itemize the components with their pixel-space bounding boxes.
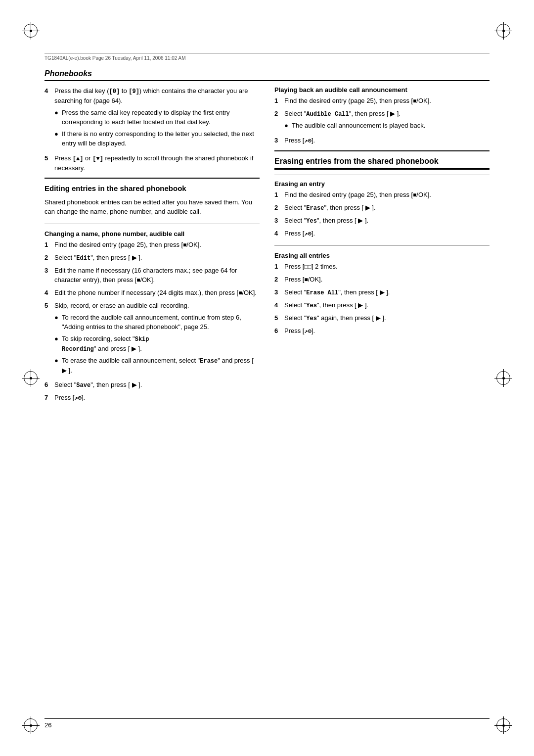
erase-all-step-4-num: 4 [274, 300, 281, 310]
end-call-btn-7: ↗⊙ [74, 395, 81, 402]
edit-step-4-content: Edit the phone number if necessary (24 d… [54, 288, 260, 298]
erase-all-step-4-content: Select "Yes", then press [ ▶ ]. [284, 300, 490, 310]
erase-step-4-num: 4 [274, 229, 281, 238]
erase-all-heading: Erasing all entries [274, 252, 490, 259]
yes-option-3: Yes [306, 218, 317, 225]
subsection-rule-3 [274, 245, 490, 246]
end-call-btn-all-6: ↗⊙ [304, 328, 311, 335]
menu-btn-erase-1: ■ [413, 192, 416, 199]
continued-steps: 4 Press the dial key ([0] to [9]) which … [44, 86, 260, 173]
erase-all-step-6: 6 Press [↗⊙]. [274, 326, 490, 336]
save-option: Save [76, 382, 90, 389]
edit-step-5-bullets: ● To record the audible call announcemen… [54, 313, 260, 376]
page-title: Phonebooks [44, 69, 490, 81]
erase-all-step-5: 5 Select "Yes" again, then press [ ▶ ]. [274, 313, 490, 323]
section1-intro: Shared phonebook entries can be edited a… [44, 197, 260, 217]
step-4-bullet-2: ● If there is no entry corresponding to … [54, 129, 260, 148]
erase-option-5: Erase [200, 358, 218, 365]
bullet-icon-3: ● [54, 313, 59, 332]
erase-all-step-3-content: Select "Erase All", then press [ ▶ ]. [284, 287, 490, 297]
play-step-3-content: Press [↗⊙]. [284, 136, 490, 145]
edit-step-5-num: 5 [44, 301, 51, 377]
erase-all-option: Erase All [306, 289, 338, 296]
edit-step-3: 3 Edit the name if necessary (16 charact… [44, 266, 260, 285]
edit-step-5-bullet-2: ● To skip recording, select "SkipRecordi… [54, 334, 260, 354]
play-back-heading: Playing back an audible call announcemen… [274, 86, 490, 94]
erase-all-step-3: 3 Select "Erase All", then press [ ▶ ]. [274, 287, 490, 297]
bullet-icon-5: ● [54, 356, 59, 376]
edit-step-1: 1 Find the desired entry (page 25), then… [44, 240, 260, 250]
erase-step-1: 1 Find the desired entry (page 25), then… [274, 190, 490, 200]
erase-all-heading-text: Erasing all entries [274, 252, 330, 259]
erase-step-4: 4 Press [↗⊙]. [274, 229, 490, 238]
key-9: [9] [129, 88, 139, 95]
erase-step-2-content: Select "Erase", then press [ ▶ ]. [284, 203, 490, 213]
bullet-icon-1: ● [54, 108, 59, 127]
edit-step-5-bullet-2-content: To skip recording, select "SkipRecording… [62, 334, 149, 354]
menu-btn-4: ■ [238, 290, 242, 297]
edit-step-2-content: Select "Edit", then press [ ▶ ]. [54, 253, 260, 263]
edit-step-5-bullet-1: ● To record the audible call announcemen… [54, 313, 260, 332]
play-step-1: 1 Find the desired entry (page 25), then… [274, 96, 490, 106]
edit-step-5: 5 Skip, record, or erase an audible call… [44, 301, 260, 377]
erase-entry-heading-text: Erasing an entry [274, 180, 325, 188]
page-number: 26 [44, 721, 51, 729]
edit-option: Edit [76, 255, 90, 262]
erase-all-step-6-content: Press [↗⊙]. [284, 326, 490, 336]
end-call-btn-erase-4: ↗⊙ [304, 231, 311, 237]
step-5-num: 5 [44, 153, 51, 173]
bullet-icon-4: ● [54, 334, 59, 354]
erase-steps: 1 Find the desired entry (page 25), then… [274, 190, 490, 238]
erase-step-3-num: 3 [274, 216, 281, 226]
subsection1-heading-text: Changing a name, phone number, audible c… [44, 230, 184, 237]
erase-step-1-content: Find the desired entry (page 25), then p… [284, 190, 490, 200]
play-step-2-bullet-1-text: The audible call announcement is played … [292, 121, 425, 131]
step-4-num: 4 [44, 86, 51, 150]
reg-mark-mr [494, 369, 512, 387]
bullet-icon-play-1: ● [284, 121, 289, 131]
menu-btn-3: ■ [136, 277, 140, 284]
menu-btn-all-1: □□ [304, 264, 311, 271]
edit-step-6: 6 Select "Save", then press [ ▶ ]. [44, 380, 260, 390]
erase-all-step-2-num: 2 [274, 275, 281, 284]
erase-step-2: 2 Select "Erase", then press [ ▶ ]. [274, 203, 490, 213]
edit-step-7-content: Press [↗⊙]. [54, 393, 260, 403]
bullet-icon-2: ● [54, 129, 59, 148]
edit-step-2-num: 2 [44, 253, 51, 263]
section2-heading-text: Erasing entries from the shared phoneboo… [274, 157, 439, 165]
reg-mark-br [494, 716, 512, 734]
reg-mark-tr [494, 22, 512, 40]
erase-all-step-2: 2 Press [■/OK]. [274, 275, 490, 284]
edit-step-3-content: Edit the name if necessary (16 character… [54, 266, 260, 285]
edit-step-7-num: 7 [44, 393, 51, 403]
two-column-layout: 4 Press the dial key ([0] to [9]) which … [44, 86, 490, 406]
key-0: [0] [109, 88, 120, 95]
yes-option-all-4: Yes [306, 302, 317, 309]
play-step-3: 3 Press [↗⊙]. [274, 136, 490, 145]
play-step-3-num: 3 [274, 136, 281, 145]
erase-all-step-1: 1 Press [□□] 2 times. [274, 262, 490, 272]
section2-heading: Erasing entries from the shared phoneboo… [274, 156, 490, 170]
subsection-rule-1 [44, 224, 260, 224]
erase-all-steps: 1 Press [□□] 2 times. 2 Press [■/OK]. 3 [274, 262, 490, 336]
erase-all-step-5-content: Select "Yes" again, then press [ ▶ ]. [284, 313, 490, 323]
erase-all-step-2-content: Press [■/OK]. [284, 275, 490, 284]
erase-step-1-num: 1 [274, 190, 281, 200]
header-bar: TG1840AL(e-e).book Page 26 Tuesday, Apri… [44, 53, 490, 61]
play-step-1-num: 1 [274, 96, 281, 106]
erase-step-3-content: Select "Yes", then press [ ▶ ]. [284, 216, 490, 226]
edit-step-5-bullet-3: ● To erase the audible call announcement… [54, 356, 260, 376]
edit-step-1-num: 1 [44, 240, 51, 250]
section-divider-2 [274, 150, 490, 151]
play-step-2-bullets: ● The audible call announcement is playe… [284, 121, 490, 131]
erase-all-step-1-content: Press [□□] 2 times. [284, 262, 490, 272]
section-divider-1 [44, 178, 260, 179]
reg-mark-tl [22, 22, 40, 40]
erase-option-2: Erase [306, 205, 324, 212]
play-step-2: 2 Select "Audible Call", then press [ ▶ … [274, 109, 490, 133]
right-column: Playing back an audible call announcemen… [274, 86, 490, 406]
play-step-2-bullet-1: ● The audible call announcement is playe… [284, 121, 490, 131]
erase-all-step-3-num: 3 [274, 287, 281, 297]
page: TG1840AL(e-e).book Page 26 Tuesday, Apri… [0, 0, 534, 756]
step-4: 4 Press the dial key ([0] to [9]) which … [44, 86, 260, 150]
